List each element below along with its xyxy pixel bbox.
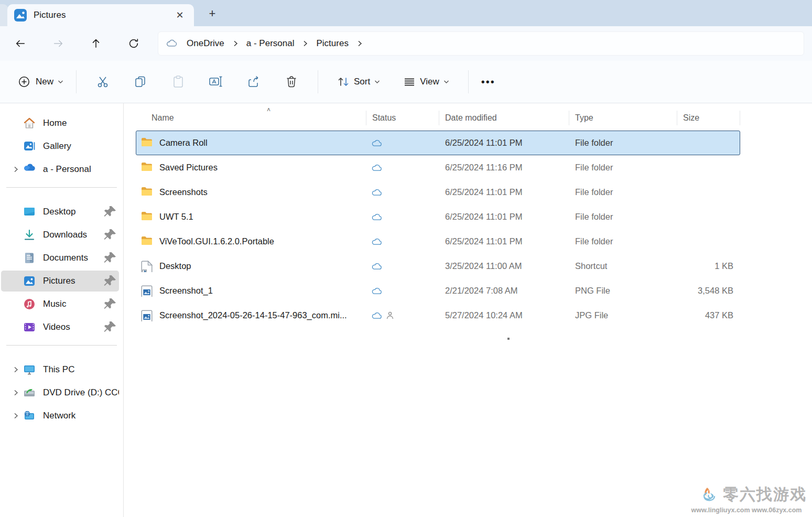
column-header-date-modified[interactable]: Date modified — [439, 111, 569, 125]
chevron-right-icon[interactable] — [229, 40, 242, 47]
sidebar-item-a-personal[interactable]: a - Personal — [1, 159, 119, 180]
more-options-button[interactable]: ••• — [481, 76, 495, 88]
pin-icon — [103, 205, 117, 219]
pictures-tab-icon — [14, 8, 27, 22]
type-cell: JPG File — [570, 310, 678, 320]
forward-button[interactable] — [47, 33, 70, 54]
date-modified-cell: 3/25/2024 11:00 AM — [440, 261, 570, 271]
pin-icon — [103, 320, 117, 334]
file-row[interactable]: Screenshot_2024-05-26-14-15-47-963_com.m… — [136, 303, 740, 328]
image-icon — [141, 285, 153, 297]
tab-close-icon[interactable]: ✕ — [172, 7, 188, 23]
back-button[interactable] — [9, 33, 32, 54]
navigation-pane: Home Gallery a - Personal Deskto — [0, 103, 124, 517]
folder-icon — [141, 236, 153, 247]
refresh-button[interactable] — [122, 33, 145, 54]
file-name: Saved Pictures — [159, 163, 218, 173]
paste-button[interactable] — [165, 69, 192, 94]
sidebar-divider — [6, 187, 117, 188]
expand-chevron-icon[interactable] — [8, 367, 23, 373]
file-row[interactable]: Screenshot_1 2/21/2024 7:08 AM PNG File … — [136, 278, 740, 303]
sidebar-divider — [6, 345, 117, 346]
file-row[interactable]: Screenshots 6/25/2024 11:01 PM File fold… — [136, 180, 740, 204]
file-row[interactable]: Desktop 3/25/2024 11:00 AM Shortcut 1 KB — [136, 254, 740, 278]
tab-bar: Pictures ✕ + — [0, 0, 812, 26]
date-modified-cell: 2/21/2024 7:08 AM — [440, 286, 570, 296]
column-header-name[interactable]: ˄ Name — [136, 111, 366, 125]
file-name: ViVeTool.GUI.1.6.2.0.Portable — [159, 236, 274, 246]
onedrive-icon — [23, 163, 36, 176]
view-button[interactable]: View — [397, 71, 456, 92]
file-row[interactable]: ViVeTool.GUI.1.6.2.0.Portable 6/25/2024 … — [136, 229, 740, 254]
file-row[interactable]: Saved Pictures 6/25/2024 11:16 PM File f… — [136, 155, 740, 180]
address-bar[interactable]: OneDrive a - Personal Pictures — [158, 31, 804, 56]
new-tab-button[interactable]: + — [203, 5, 221, 22]
date-modified-cell: 6/25/2024 11:01 PM — [440, 236, 570, 246]
new-button[interactable]: New — [13, 71, 69, 92]
gallery-icon — [23, 140, 36, 153]
sidebar-item-videos[interactable]: Videos — [1, 317, 119, 338]
cut-button[interactable] — [89, 69, 116, 94]
file-row[interactable]: UWT 5.1 6/25/2024 11:01 PM File folder — [136, 204, 740, 229]
sidebar-item-label: Pictures — [43, 276, 103, 286]
expand-chevron-icon[interactable] — [8, 166, 23, 173]
folder-icon — [141, 137, 153, 149]
chevron-right-icon[interactable] — [298, 40, 312, 47]
column-header-status[interactable]: Status — [366, 111, 439, 125]
copy-button[interactable] — [127, 69, 154, 94]
rename-button[interactable] — [202, 69, 230, 94]
cloud-status-icon — [371, 287, 382, 295]
onedrive-breadcrumb-icon — [166, 39, 177, 48]
breadcrumb-pictures[interactable]: Pictures — [312, 36, 352, 51]
breadcrumb-a-personal[interactable]: a - Personal — [242, 36, 299, 51]
sidebar-item-label: Desktop — [43, 207, 103, 217]
sidebar-item-dvd-drive[interactable]: DVD Drive (D:) CCC — [1, 382, 119, 403]
date-modified-cell: 6/25/2024 11:01 PM — [440, 212, 570, 222]
sidebar-item-label: Home — [43, 118, 119, 128]
delete-button[interactable] — [278, 69, 305, 94]
sort-ascending-caret: ˄ — [251, 106, 270, 114]
sidebar-item-music[interactable]: Music — [1, 294, 119, 315]
thispc-icon — [23, 363, 36, 376]
type-cell: File folder — [570, 138, 678, 148]
sort-icon — [337, 76, 350, 88]
share-button[interactable] — [240, 69, 267, 94]
file-name: Camera Roll — [159, 138, 208, 148]
sidebar-item-documents[interactable]: Documents — [1, 247, 119, 268]
status-cell — [367, 139, 440, 147]
sidebar-item-pictures[interactable]: Pictures — [1, 271, 119, 292]
sidebar-item-label: Documents — [43, 253, 103, 263]
sidebar-item-home[interactable]: Home — [1, 113, 119, 134]
file-name: Screenshot_1 — [159, 286, 213, 296]
sidebar-item-this-pc[interactable]: This PC — [1, 359, 119, 380]
expand-chevron-icon[interactable] — [8, 390, 23, 396]
up-button[interactable] — [84, 33, 107, 54]
expand-chevron-icon[interactable] — [8, 413, 23, 419]
videos-icon — [23, 321, 36, 333]
column-header-size[interactable]: Size — [677, 111, 740, 125]
sidebar-item-gallery[interactable]: Gallery — [1, 136, 119, 157]
sidebar-item-desktop[interactable]: Desktop — [1, 201, 119, 222]
date-modified-cell: 6/25/2024 11:01 PM — [440, 138, 570, 148]
sidebar-item-label: Music — [43, 299, 103, 309]
sidebar-item-label: Network — [43, 411, 119, 421]
status-cell — [367, 262, 440, 270]
chevron-right-icon[interactable] — [353, 40, 366, 47]
type-cell: Shortcut — [570, 261, 678, 271]
status-cell — [367, 188, 440, 196]
type-cell: File folder — [570, 212, 678, 222]
column-header-type[interactable]: Type — [569, 111, 677, 125]
sort-button[interactable]: Sort — [331, 71, 386, 92]
sidebar-item-label: This PC — [43, 364, 119, 375]
file-list-pane: ˄ Name Status Date modified Type Size Ca… — [124, 103, 812, 517]
tab-pictures[interactable]: Pictures ✕ — [7, 4, 194, 26]
file-name: Desktop — [159, 261, 191, 271]
cloud-status-icon — [371, 311, 382, 319]
file-row[interactable]: Camera Roll 6/25/2024 11:01 PM File fold… — [136, 131, 740, 155]
sidebar-item-downloads[interactable]: Downloads — [1, 224, 119, 245]
status-cell — [367, 238, 440, 245]
breadcrumb-onedrive[interactable]: OneDrive — [182, 36, 229, 51]
cursor-artifact — [507, 338, 510, 340]
cloud-status-icon — [371, 213, 382, 221]
sidebar-item-network[interactable]: Network — [1, 405, 119, 426]
